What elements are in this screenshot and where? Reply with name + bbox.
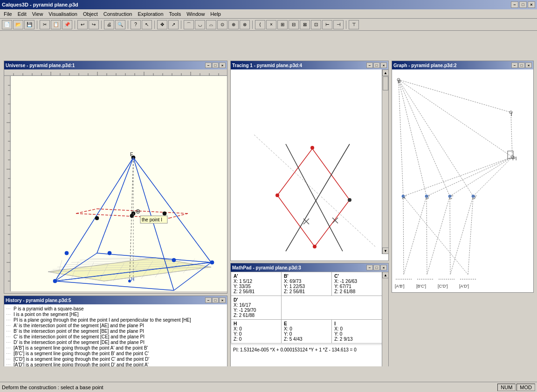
svg-line-70 — [76, 209, 97, 213]
status-right: NUM MOD — [497, 384, 535, 391]
toolbar-preview[interactable]: 🔍 — [115, 20, 125, 29]
toolbar-b8[interactable]: ⊣ — [333, 20, 344, 29]
mathpad-titlebar[interactable]: MathPad - pyramid plane.p3d:3 − □ × — [231, 263, 388, 272]
toolbar-new[interactable]: 📄 — [2, 20, 12, 29]
toolbar-redo[interactable]: ↪ — [89, 20, 99, 29]
maximize-button[interactable]: □ — [519, 1, 527, 8]
menu-visualisation[interactable]: Visualisation — [46, 10, 80, 18]
tracing-scrollbar-v[interactable]: ▲ ▼ — [382, 69, 388, 254]
menu-construction[interactable]: Construction — [101, 10, 135, 18]
tracing-titlebar[interactable]: Tracing 1 - pyramid plane.p3d:4 − □ × — [231, 61, 388, 69]
menu-window[interactable]: Window — [184, 10, 207, 18]
toolbar-arc4[interactable]: ⊙ — [217, 20, 227, 29]
tracing-max[interactable]: □ — [373, 62, 380, 68]
toolbar-arc3[interactable]: ⌓ — [206, 20, 216, 29]
toolbar-arc2[interactable]: ◡ — [195, 20, 205, 29]
history-item-10: [C'D'] is a segment line going through t… — [14, 357, 149, 362]
toolbar-sep-6 — [181, 21, 181, 29]
mathpad-cell-i: I X: 0Y: 0Z: 2 9/13 — [332, 320, 388, 344]
universe-close[interactable]: × — [219, 62, 226, 68]
toolbar-help[interactable]: ? — [131, 20, 141, 29]
menu-object[interactable]: Object — [80, 10, 101, 18]
toolbar-arc5[interactable]: ⊕ — [228, 20, 239, 29]
toolbar-c1[interactable]: ⊤ — [349, 20, 359, 29]
menu-file[interactable]: File — [1, 10, 15, 18]
minimize-button[interactable]: − — [511, 1, 518, 8]
list-item: ⋯ [B'C'] is a segment line going through… — [6, 351, 225, 356]
universe-min[interactable]: − — [205, 62, 212, 68]
mathpad-scrollbar-v[interactable]: ▲ ▼ — [382, 272, 388, 366]
toolbar-undo[interactable]: ↩ — [77, 20, 88, 29]
history-close[interactable]: × — [219, 297, 226, 303]
mathpad-row-d: D' X: 16/17Y: -1 29/70Z: 2 61/88 — [231, 296, 388, 320]
toolbar-arc1[interactable]: ⌒ — [184, 20, 194, 29]
menu-view[interactable]: View — [29, 10, 46, 18]
history-content[interactable]: ⋯ P is a pyramid with a square-base ⋯ I … — [4, 304, 227, 366]
tracing-scroll-down[interactable]: ▼ — [382, 248, 388, 254]
toolbar-sep-7 — [252, 21, 253, 29]
mathpad-equation-text: PI: 1.53124e-005 *X + 0.000153124 *Y + 1… — [233, 347, 357, 352]
toolbar-b6[interactable]: ⊡ — [311, 20, 321, 29]
toolbar-b7[interactable]: ⊢ — [322, 20, 332, 29]
mathpad-content[interactable]: A' X: 1 5/12Y: 33/35Z: 2 56/81 B' X: 69/… — [231, 272, 388, 366]
menu-help[interactable]: Help — [207, 10, 224, 18]
toolbar-cut[interactable]: ✂ — [40, 20, 50, 29]
close-button[interactable]: × — [528, 1, 535, 8]
svg-point-93 — [53, 279, 57, 283]
graph-canvas[interactable]: P I PI A' B' C' — [392, 69, 533, 292]
status-mod: MOD — [516, 384, 535, 391]
toolbar-paste[interactable]: 📌 — [62, 20, 72, 29]
tracing-min[interactable]: − — [366, 62, 373, 68]
graph-close[interactable]: × — [525, 62, 532, 68]
mathpad-min[interactable]: − — [366, 265, 373, 270]
mathpad-close[interactable]: × — [380, 265, 387, 270]
toolbar-open[interactable]: 📂 — [13, 20, 23, 29]
graph-max[interactable]: □ — [518, 62, 525, 68]
history-min[interactable]: − — [205, 297, 212, 303]
history-item-4: A' is the intersection point of the segm… — [14, 323, 144, 328]
toolbar-b3[interactable]: ⊞ — [277, 20, 288, 29]
toolbar-b2[interactable]: × — [266, 20, 276, 29]
toolbar-save[interactable]: 💾 — [24, 20, 34, 29]
history-item-7: D' is the intersection point of the segm… — [14, 340, 145, 345]
history-titlebar[interactable]: History - pyramid plane.p3d:5 − □ × — [4, 296, 227, 304]
status-text: Deform the construction : select a base … — [2, 385, 103, 390]
toolbar-arc6[interactable]: ⊗ — [240, 20, 250, 29]
menu-edit[interactable]: Edit — [15, 10, 29, 18]
svg-point-89 — [108, 251, 111, 255]
history-max[interactable]: □ — [212, 297, 219, 303]
bullet-10: ⋯ — [6, 357, 14, 362]
graph-titlebar[interactable]: Graph - pyramid plane.p3d:2 − □ × — [392, 61, 533, 69]
mathpad-max[interactable]: □ — [373, 265, 380, 270]
toolbar-b5[interactable]: ⊠ — [300, 20, 310, 29]
tracing-close[interactable]: × — [380, 62, 387, 68]
tracing-win-buttons: − □ × — [366, 62, 387, 68]
list-item: ⋯ D' is the intersection point of the se… — [6, 340, 225, 345]
mathpad-cell-b: B' X: 69/73Y: 1 22/53Z: 2 56/81 — [282, 272, 332, 296]
svg-rect-101 — [231, 69, 388, 261]
history-win-buttons: − □ × — [205, 297, 226, 303]
graph-min[interactable]: − — [511, 62, 518, 68]
svg-point-91 — [65, 251, 69, 255]
universe-canvas[interactable]: E — [11, 76, 227, 291]
menu-tools[interactable]: Tools — [166, 10, 184, 18]
mathpad-scroll-up[interactable]: ▲ — [382, 272, 388, 278]
toolbar-print[interactable]: 🖨 — [104, 20, 114, 29]
toolbar-move[interactable]: ✥ — [157, 20, 167, 29]
svg-point-109 — [313, 245, 317, 248]
toolbar-arrow2[interactable]: ↗ — [168, 20, 179, 29]
universe-max[interactable]: □ — [212, 62, 219, 68]
main-workspace: Universe - pyramid plane.p3d:1 − □ × // … — [0, 31, 537, 366]
toolbar-pointer[interactable]: ↖ — [142, 20, 152, 29]
tracing-scroll-up[interactable]: ▲ — [382, 69, 388, 76]
toolbar-copy[interactable]: 📋 — [51, 20, 61, 29]
tracing-scroll-thumb[interactable] — [383, 76, 388, 90]
menu-exploration[interactable]: Exploration — [135, 10, 166, 18]
tracing-canvas[interactable]: ▲ ▼ — [231, 69, 388, 261]
toolbar-b1[interactable]: ⟨ — [255, 20, 265, 29]
history-item-2: I is a point on the segment [HE] — [14, 312, 79, 317]
universe-titlebar[interactable]: Universe - pyramid plane.p3d:1 − □ × — [4, 61, 227, 69]
toolbar-sep-3 — [101, 21, 102, 29]
toolbar-b4[interactable]: ⊟ — [289, 20, 299, 29]
menu-bar: File Edit View Visualisation Object Cons… — [0, 9, 537, 19]
